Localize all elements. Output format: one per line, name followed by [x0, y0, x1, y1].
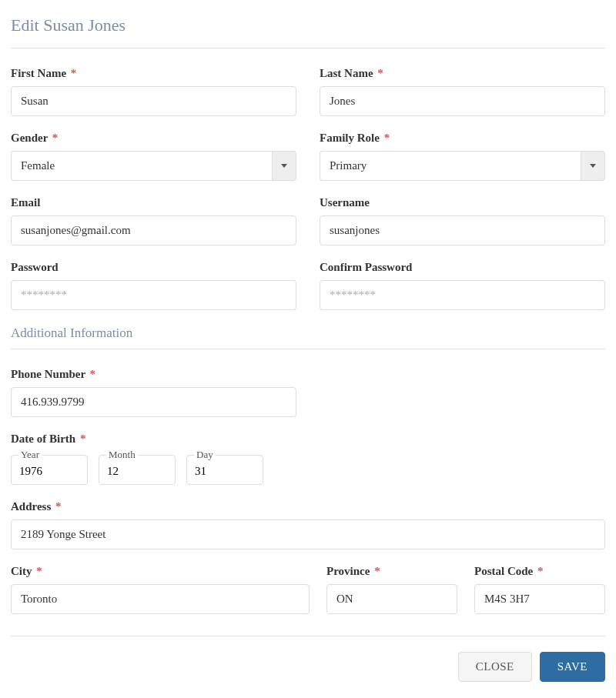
password-label: Password	[11, 261, 296, 274]
username-input[interactable]	[320, 215, 605, 245]
required-marker: *	[537, 565, 544, 577]
username-label: Username	[320, 196, 605, 209]
caret-down-icon	[590, 164, 596, 168]
first-name-label: First Name *	[11, 67, 296, 80]
gender-select-value: Female	[11, 151, 272, 181]
save-button[interactable]: SAVE	[540, 652, 605, 682]
address-label-text: Address	[11, 500, 51, 513]
required-marker: *	[71, 67, 77, 79]
province-input[interactable]	[326, 584, 457, 614]
last-name-input[interactable]	[320, 86, 605, 116]
confirm-password-input[interactable]	[320, 280, 605, 310]
divider-section	[11, 349, 605, 349]
dob-year-label: Year	[18, 449, 42, 461]
page-title: Edit Susan Jones	[11, 15, 605, 35]
gender-label: Gender *	[11, 132, 296, 145]
postal-label: Postal Code *	[474, 565, 605, 578]
phone-label: Phone Number *	[11, 368, 296, 381]
divider-bottom	[11, 636, 605, 636]
required-marker: *	[374, 565, 380, 577]
family-role-select[interactable]: Primary	[320, 151, 605, 181]
first-name-input[interactable]	[11, 86, 296, 116]
required-marker: *	[36, 565, 42, 577]
postal-label-text: Postal Code	[474, 565, 533, 577]
caret-down-icon	[281, 164, 287, 168]
email-label: Email	[11, 196, 296, 209]
required-marker: *	[384, 132, 390, 144]
phone-label-text: Phone Number	[11, 368, 85, 380]
close-button[interactable]: CLOSE	[458, 652, 532, 682]
last-name-label-text: Last Name	[320, 67, 373, 79]
required-marker: *	[55, 500, 62, 513]
family-role-label-text: Family Role	[320, 132, 380, 144]
family-role-select-button[interactable]	[581, 151, 605, 181]
address-input[interactable]	[11, 519, 605, 549]
province-label-text: Province	[326, 565, 370, 577]
required-marker: *	[90, 368, 96, 380]
gender-select[interactable]: Female	[11, 151, 296, 181]
last-name-label: Last Name *	[320, 67, 605, 80]
email-input[interactable]	[11, 215, 296, 245]
city-label: City *	[11, 565, 310, 578]
postal-input[interactable]	[474, 584, 605, 614]
first-name-label-text: First Name	[11, 67, 66, 79]
required-marker: *	[52, 132, 59, 144]
city-input[interactable]	[11, 584, 310, 614]
gender-select-button[interactable]	[272, 151, 296, 181]
province-label: Province *	[326, 565, 457, 578]
address-label: Address *	[11, 500, 605, 513]
section-additional-title: Additional Information	[11, 326, 605, 341]
required-marker: *	[377, 67, 383, 79]
required-marker: *	[80, 432, 86, 445]
gender-label-text: Gender	[11, 132, 48, 144]
family-role-select-value: Primary	[320, 151, 581, 181]
password-input[interactable]	[11, 280, 296, 310]
family-role-label: Family Role *	[320, 132, 605, 145]
divider-top	[11, 48, 605, 48]
city-label-text: City	[11, 565, 32, 577]
dob-month-label: Month	[106, 449, 138, 461]
dob-label: Date of Birth *	[11, 432, 605, 446]
confirm-password-label: Confirm Password	[320, 261, 605, 274]
dob-day-label: Day	[194, 449, 216, 461]
dob-label-text: Date of Birth	[11, 432, 75, 445]
phone-input[interactable]	[11, 387, 296, 417]
